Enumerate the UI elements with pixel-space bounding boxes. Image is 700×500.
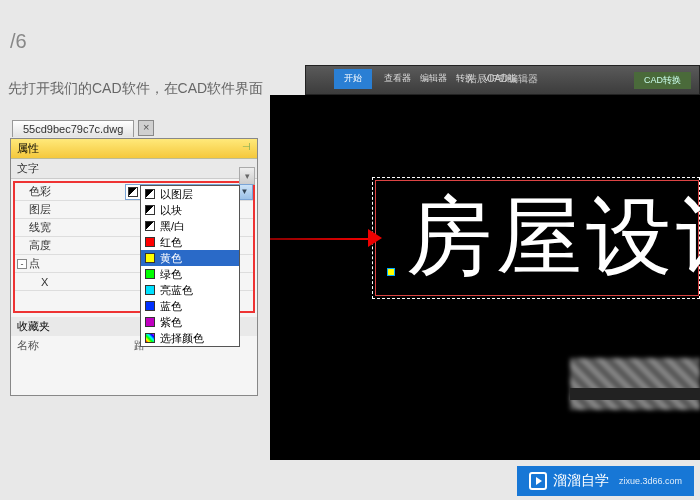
status-region <box>570 388 700 400</box>
color-swatch-icon <box>145 317 155 327</box>
app-title: 浩辰CAD编辑器 <box>467 72 538 86</box>
prop-label: 色彩 <box>15 184 125 199</box>
color-swatch-icon <box>145 237 155 247</box>
tree-collapse-icon[interactable]: - <box>17 259 27 269</box>
color-option-label: 选择颜色 <box>160 331 204 346</box>
text-selection-box[interactable]: 房屋设计 <box>372 177 700 299</box>
color-option-label: 以块 <box>160 203 182 218</box>
play-icon <box>529 472 547 490</box>
annotation-arrow-head <box>368 229 382 247</box>
watermark-badge: 溜溜自学 zixue.3d66.com <box>517 466 694 496</box>
color-option-label: 亮蓝色 <box>160 283 193 298</box>
instruction-text: 先打开我们的CAD软件，在CAD软件界面 <box>8 80 263 98</box>
color-option[interactable]: 绿色 <box>141 266 239 282</box>
color-option-label: 蓝色 <box>160 299 182 314</box>
watermark-url: zixue.3d66.com <box>619 476 682 486</box>
ribbon-convert-button[interactable]: CAD转换 <box>634 72 691 89</box>
breadcrumb: /6 <box>0 0 700 53</box>
combo-scroll-button[interactable]: ▾ <box>239 167 255 185</box>
ribbon-start-tab[interactable]: 开始 <box>334 69 372 89</box>
color-swatch-icon <box>145 269 155 279</box>
drawing-canvas[interactable]: 房屋设计 <box>270 95 700 460</box>
category-text[interactable]: 文字 <box>11 159 257 179</box>
blurred-region <box>570 358 700 410</box>
tab-close-button[interactable]: × <box>138 120 154 136</box>
color-option-label: 黄色 <box>160 251 182 266</box>
panel-title: 属性⊣ <box>11 139 257 159</box>
color-swatch-icon <box>145 333 155 343</box>
color-option[interactable]: 蓝色 <box>141 298 239 314</box>
color-option[interactable]: 以块 <box>141 202 239 218</box>
color-option[interactable]: 黄色 <box>141 250 239 266</box>
color-option[interactable]: 黑/白 <box>141 218 239 234</box>
color-swatch-icon <box>128 187 138 197</box>
annotation-arrow <box>270 238 378 240</box>
color-swatch-icon <box>145 301 155 311</box>
document-tabs: 55cd9bec79c7c.dwg × <box>12 118 154 138</box>
canvas-text-object[interactable]: 房屋设计 <box>376 181 698 293</box>
color-swatch-icon <box>145 221 155 231</box>
color-option-label: 紫色 <box>160 315 182 330</box>
color-swatch-icon <box>145 253 155 263</box>
pin-icon[interactable]: ⊣ <box>242 141 251 152</box>
color-option[interactable]: 紫色 <box>141 314 239 330</box>
color-option[interactable]: 以图层 <box>141 186 239 202</box>
color-option-label: 以图层 <box>160 187 193 202</box>
color-option[interactable]: 选择颜色 <box>141 330 239 346</box>
color-option-label: 黑/白 <box>160 219 185 234</box>
color-option[interactable]: 亮蓝色 <box>141 282 239 298</box>
document-tab[interactable]: 55cd9bec79c7c.dwg <box>12 120 134 137</box>
selection-grip[interactable] <box>387 268 395 276</box>
app-ribbon: 开始 查看器 编辑器 转换 VIP功能 浩辰CAD编辑器 CAD转换 <box>305 65 700 95</box>
color-swatch-icon <box>145 285 155 295</box>
color-dropdown-list[interactable]: 以图层以块黑/白红色黄色绿色亮蓝色蓝色紫色选择颜色 <box>140 185 240 347</box>
watermark-brand: 溜溜自学 <box>553 472 609 490</box>
color-option-label: 绿色 <box>160 267 182 282</box>
color-swatch-icon <box>145 189 155 199</box>
color-swatch-icon <box>145 205 155 215</box>
fav-col-name: 名称 <box>17 338 134 353</box>
color-option-label: 红色 <box>160 235 182 250</box>
color-option[interactable]: 红色 <box>141 234 239 250</box>
